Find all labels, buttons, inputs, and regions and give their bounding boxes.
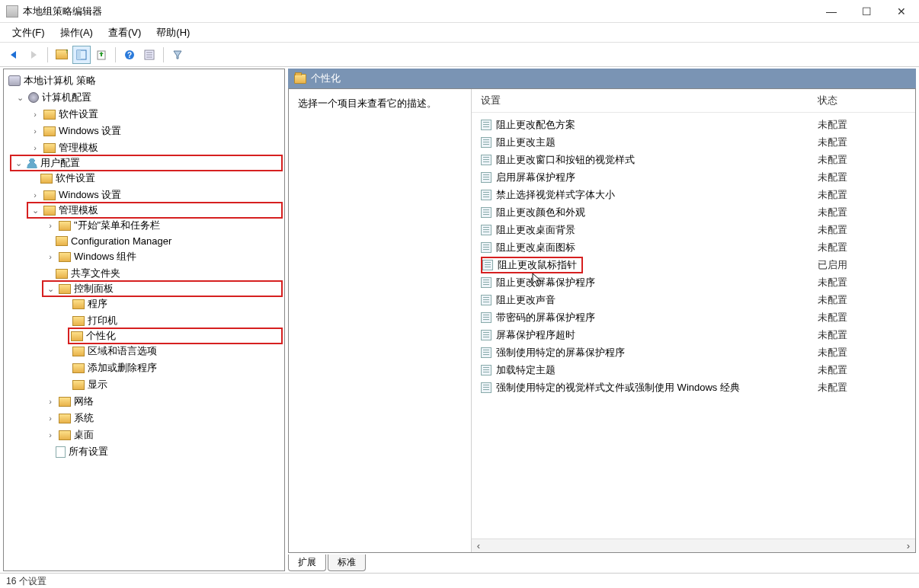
collapse-icon[interactable]: ⌄ [13, 158, 24, 168]
tree-uc-windows[interactable]: › Windows 设置 [8, 187, 283, 203]
up-button[interactable]: ↑ [53, 46, 71, 64]
setting-row[interactable]: 屏幕保护程序超时未配置 [472, 326, 915, 344]
back-button[interactable] [5, 46, 23, 64]
menu-action[interactable]: 操作(A) [53, 26, 101, 40]
tree-win-components[interactable]: › Windows 组件 [8, 248, 283, 265]
expand-icon[interactable]: › [45, 221, 56, 230]
setting-row[interactable]: 阻止更改鼠标指针已启用 [472, 256, 915, 273]
separator [115, 47, 116, 62]
tab-extended[interactable]: 扩展 [288, 554, 326, 571]
setting-state: 未配置 [818, 276, 909, 289]
tree-user-config[interactable]: ⌄ 用户配置 [10, 155, 283, 171]
tab-standard[interactable]: 标准 [328, 554, 366, 571]
tree-region-lang[interactable]: 区域和语言选项 [8, 343, 283, 360]
close-button[interactable]: ✕ [884, 0, 919, 23]
folder-icon [72, 380, 85, 390]
tree-programs[interactable]: 程序 [8, 296, 283, 312]
tree-panel[interactable]: 本地计算机 策略 ⌄ 计算机配置 › 软件设置 › Windows 设置 › [3, 69, 285, 571]
separator [163, 47, 164, 62]
setting-row[interactable]: 阻止更改桌面图标未配置 [472, 238, 915, 256]
tree-label: 所有设置 [69, 445, 108, 459]
expand-icon[interactable]: › [45, 397, 56, 406]
scroll-left-icon[interactable]: ‹ [472, 540, 485, 551]
expand-icon[interactable]: › [30, 190, 40, 200]
setting-state: 未配置 [818, 153, 909, 167]
setting-state: 未配置 [818, 188, 909, 202]
all-settings-icon [56, 446, 66, 458]
filter-button[interactable] [168, 46, 187, 64]
policy-icon [481, 330, 492, 340]
horizontal-scrollbar[interactable]: ‹ › [472, 538, 915, 552]
menu-file[interactable]: 文件(F) [5, 26, 53, 40]
tree-cc-software[interactable]: › 软件设置 [8, 106, 283, 123]
tree-all-settings[interactable]: 所有设置 [8, 443, 283, 460]
tree-label: 区域和语言选项 [88, 344, 157, 358]
column-state[interactable]: 状态 [818, 94, 909, 107]
column-setting[interactable]: 设置 [478, 94, 818, 107]
tree-label: 桌面 [74, 428, 94, 442]
expand-icon[interactable]: › [45, 430, 56, 439]
setting-name: 禁止选择视觉样式字体大小 [496, 188, 615, 202]
collapse-icon[interactable]: ⌄ [14, 93, 25, 103]
tree-uc-software[interactable]: 软件设置 [8, 170, 283, 187]
policy-icon [481, 295, 492, 305]
list-header: 设置 状态 [472, 89, 915, 113]
tree-system[interactable]: › 系统 [8, 410, 283, 427]
minimize-button[interactable]: — [814, 0, 849, 23]
setting-row[interactable]: 阻止更改窗口和按钮的视觉样式未配置 [472, 151, 915, 168]
tree-uc-admin[interactable]: ⌄ 管理模板 [27, 202, 283, 219]
setting-row[interactable]: 禁止选择视觉样式字体大小未配置 [472, 186, 915, 203]
setting-row[interactable]: 阻止更改声音未配置 [472, 291, 915, 308]
expand-icon[interactable]: › [45, 252, 56, 261]
setting-row[interactable]: 加载特定主题未配置 [472, 361, 915, 379]
tree-start-menu[interactable]: › "开始"菜单和任务栏 [8, 217, 283, 234]
setting-row[interactable]: 启用屏幕保护程序未配置 [472, 168, 915, 186]
collapse-icon[interactable]: ⌄ [30, 206, 40, 216]
setting-row[interactable]: 带密码的屏幕保护程序未配置 [472, 308, 915, 326]
setting-row[interactable]: 强制使用特定的屏幕保护程序未配置 [472, 344, 915, 361]
tree-shared-folders[interactable]: 共享文件夹 [8, 265, 283, 282]
user-icon [27, 158, 37, 168]
expand-icon[interactable]: › [30, 126, 40, 136]
tree-label: 计算机配置 [42, 91, 91, 104]
tree-label: 控制面板 [74, 282, 114, 296]
setting-row[interactable]: 强制使用特定的视觉样式文件或强制使用 Windows 经典未配置 [472, 379, 915, 396]
tree-config-mgr[interactable]: Configuration Manager [8, 234, 283, 248]
setting-row[interactable]: 阻止更改屏幕保护程序未配置 [472, 273, 915, 291]
tree-control-panel[interactable]: ⌄ 控制面板 [42, 280, 283, 297]
tree-desktop[interactable]: › 桌面 [8, 427, 283, 443]
export-icon [96, 50, 107, 60]
expand-icon[interactable]: › [45, 414, 56, 423]
menu-help[interactable]: 帮助(H) [149, 26, 197, 40]
tree-display[interactable]: 显示 [8, 376, 283, 393]
scroll-right-icon[interactable]: › [901, 540, 915, 551]
tree-add-remove[interactable]: 添加或删除程序 [8, 360, 283, 376]
tree-root[interactable]: 本地计算机 策略 [8, 72, 283, 89]
menu-view[interactable]: 查看(V) [101, 26, 149, 40]
settings-list[interactable]: 阻止更改配色方案未配置阻止更改主题未配置阻止更改窗口和按钮的视觉样式未配置启用屏… [472, 113, 915, 538]
tree-cc-windows[interactable]: › Windows 设置 [8, 123, 283, 139]
tree-computer-config[interactable]: ⌄ 计算机配置 [8, 89, 283, 106]
tree-network[interactable]: › 网络 [8, 393, 283, 410]
properties-button[interactable] [140, 46, 159, 64]
setting-row[interactable]: 阻止更改桌面背景未配置 [472, 221, 915, 238]
setting-name: 加载特定主题 [496, 363, 556, 377]
show-hide-tree-button[interactable] [72, 46, 91, 64]
expand-icon[interactable]: › [30, 143, 40, 152]
export-button[interactable] [92, 46, 110, 64]
setting-row[interactable]: 阻止更改主题未配置 [472, 133, 915, 151]
setting-state: 未配置 [818, 223, 909, 237]
tree-printers[interactable]: 打印机 [8, 312, 283, 329]
help-button[interactable]: ? [120, 46, 139, 64]
collapse-icon[interactable]: ⌄ [45, 284, 56, 294]
setting-row[interactable]: 阻止更改配色方案未配置 [472, 116, 915, 133]
tree-cc-admin[interactable]: › 管理模板 [8, 139, 283, 156]
forward-button[interactable] [24, 46, 43, 64]
policy-icon [481, 120, 492, 130]
maximize-button[interactable]: ☐ [849, 0, 884, 23]
tree-personalization[interactable]: 个性化 [68, 328, 283, 344]
setting-row[interactable]: 阻止更改颜色和外观未配置 [472, 203, 915, 221]
policy-icon [481, 277, 492, 288]
setting-name: 强制使用特定的屏幕保护程序 [496, 346, 625, 360]
expand-icon[interactable]: › [30, 110, 40, 119]
